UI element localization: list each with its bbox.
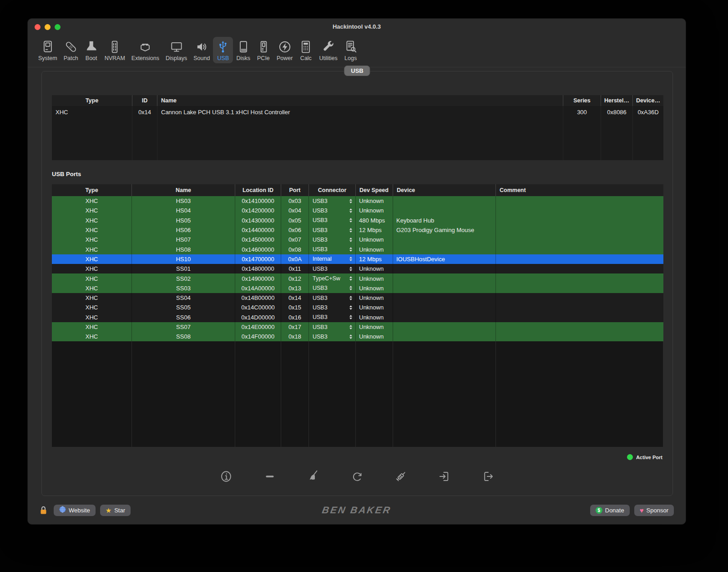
stepper-icon bbox=[349, 218, 352, 223]
memory-chip-icon bbox=[108, 40, 121, 54]
header-id[interactable]: ID bbox=[132, 95, 157, 106]
toolbar-item-power[interactable]: Power bbox=[273, 37, 296, 63]
toolbar-item-utilities[interactable]: Utilities bbox=[316, 37, 340, 63]
active-port-label: Active Port bbox=[636, 455, 662, 460]
connector-value: Internal bbox=[313, 256, 332, 262]
cell-dev-speed: 480 Mbps bbox=[356, 216, 393, 225]
cell-comment bbox=[496, 322, 663, 332]
cell-device: IOUSBHostDevice bbox=[393, 254, 496, 264]
minus-icon bbox=[263, 469, 277, 484]
toolbar-item-boot[interactable]: Boot bbox=[81, 37, 101, 63]
clean-button[interactable] bbox=[306, 469, 321, 484]
toolbar-item-logs[interactable]: Logs bbox=[341, 37, 361, 63]
toolbar-item-usb[interactable]: USB bbox=[213, 37, 233, 63]
header-dev-speed[interactable]: Dev Speed bbox=[356, 184, 393, 196]
star-button[interactable]: ★ Star bbox=[100, 505, 131, 516]
sponsor-button[interactable]: ♥ Sponsor bbox=[634, 505, 674, 516]
cell-port: 0x0A bbox=[281, 254, 309, 264]
table-row[interactable]: XHC HS10 0x14700000 0x0A Internal 12 Mbp… bbox=[52, 254, 663, 264]
header-herstel[interactable]: Herstel… bbox=[601, 95, 633, 106]
cell-location-id: 0x14700000 bbox=[235, 254, 281, 264]
table-row[interactable]: XHC SS03 0x14A00000 0x13 USB3 Unknown bbox=[52, 283, 663, 293]
table-row[interactable]: XHC HS03 0x14100000 0x03 USB3 Unknown bbox=[52, 196, 663, 206]
cell-port: 0x07 bbox=[281, 235, 309, 244]
table-row[interactable]: XHC 0x14 Cannon Lake PCH USB 3.1 xHCI Ho… bbox=[52, 106, 663, 118]
cell-device: G203 Prodigy Gaming Mouse bbox=[393, 225, 496, 235]
cell-type: XHC bbox=[52, 332, 132, 341]
connector-select[interactable]: USB3 bbox=[309, 313, 356, 322]
toolbar-item-label: Patch bbox=[64, 55, 78, 61]
header-device[interactable]: Device bbox=[393, 184, 496, 196]
toolbar-item-nvram[interactable]: NVRAM bbox=[101, 37, 128, 63]
cell-device bbox=[393, 332, 496, 341]
cell-device: 0xA36D bbox=[633, 106, 663, 118]
toolbar-item-extensions[interactable]: Extensions bbox=[128, 37, 162, 63]
website-button[interactable]: Website bbox=[54, 505, 96, 516]
table-row[interactable]: XHC SS08 0x14F00000 0x18 USB3 Unknown bbox=[52, 332, 663, 341]
table-row[interactable]: XHC SS04 0x14B00000 0x14 USB3 Unknown bbox=[52, 293, 663, 303]
header-type[interactable]: Type bbox=[52, 184, 132, 196]
header-location[interactable]: Location ID bbox=[235, 184, 281, 196]
cell-dev-speed: 12 Mbps bbox=[356, 225, 393, 235]
header-type[interactable]: Type bbox=[52, 95, 132, 106]
connector-select[interactable]: USB3 bbox=[309, 332, 356, 341]
connector-select[interactable]: USB3 bbox=[309, 206, 356, 215]
connector-select[interactable]: Internal bbox=[309, 254, 356, 264]
table-row[interactable]: XHC HS06 0x14400000 0x06 USB3 12 Mbps G2… bbox=[52, 225, 663, 235]
table-row[interactable]: XHC SS02 0x14900000 0x12 TypeC+Sw Unknow… bbox=[52, 273, 663, 283]
cell-name: SS04 bbox=[132, 293, 235, 303]
connector-select[interactable]: TypeC+Sw bbox=[309, 273, 356, 283]
table-row[interactable]: XHC HS07 0x14500000 0x07 USB3 Unknown bbox=[52, 235, 663, 244]
connector-select[interactable]: USB3 bbox=[309, 196, 356, 206]
connector-select[interactable]: USB3 bbox=[309, 322, 356, 332]
toolbar-item-displays[interactable]: Displays bbox=[162, 37, 190, 63]
hackintool-window: Hackintool v4.0.3 System Patch Boot NVRA… bbox=[27, 18, 686, 525]
connector-select[interactable]: USB3 bbox=[309, 244, 356, 254]
table-row[interactable]: XHC SS01 0x14800000 0x11 USB3 Unknown bbox=[52, 264, 663, 273]
connector-select[interactable]: USB3 bbox=[309, 283, 356, 293]
connector-select[interactable]: USB3 bbox=[309, 293, 356, 303]
import-button[interactable] bbox=[437, 469, 452, 484]
header-connector[interactable]: Connector bbox=[309, 184, 356, 196]
table-row[interactable]: XHC HS04 0x14200000 0x04 USB3 Unknown bbox=[52, 206, 663, 215]
connector-value: USB3 bbox=[313, 237, 328, 243]
toolbar-item-sound[interactable]: Sound bbox=[190, 37, 213, 63]
connector-select[interactable]: USB3 bbox=[309, 216, 356, 225]
connector-select[interactable]: USB3 bbox=[309, 225, 356, 235]
table-row[interactable]: XHC SS06 0x14D00000 0x16 USB3 Unknown bbox=[52, 313, 663, 322]
table-row[interactable]: XHC SS05 0x14C00000 0x15 USB3 Unknown bbox=[52, 303, 663, 312]
toolbar-item-disks[interactable]: Disks bbox=[233, 37, 253, 63]
header-name[interactable]: Name bbox=[132, 184, 235, 196]
toolbar-item-pcie[interactable]: PCIe bbox=[253, 37, 273, 63]
inject-button[interactable] bbox=[394, 469, 408, 484]
toolbar-item-patch[interactable]: Patch bbox=[61, 37, 81, 63]
header-series[interactable]: Series bbox=[563, 95, 601, 106]
tab-usb[interactable]: USB bbox=[344, 66, 370, 76]
connector-select[interactable]: USB3 bbox=[309, 264, 356, 273]
connector-select[interactable]: USB3 bbox=[309, 303, 356, 312]
table-row[interactable]: XHC HS08 0x14600000 0x08 USB3 Unknown bbox=[52, 244, 663, 254]
info-button[interactable] bbox=[219, 469, 233, 484]
header-comment[interactable]: Comment bbox=[496, 184, 663, 196]
export-icon bbox=[481, 469, 495, 484]
syringe-icon bbox=[394, 469, 408, 484]
toolbar-item-label: Logs bbox=[344, 55, 357, 61]
cell-name: SS08 bbox=[132, 332, 235, 341]
connector-select[interactable]: USB3 bbox=[309, 235, 356, 244]
remove-button[interactable] bbox=[263, 469, 277, 484]
refresh-button[interactable] bbox=[350, 469, 364, 484]
donate-button[interactable]: $ Donate bbox=[590, 505, 630, 516]
table-row[interactable]: XHC HS05 0x14300000 0x05 USB3 480 Mbps K… bbox=[52, 216, 663, 225]
toolbar-item-system[interactable]: System bbox=[35, 37, 61, 63]
header-port[interactable]: Port bbox=[281, 184, 309, 196]
lightning-icon bbox=[278, 40, 292, 54]
toolbar-item-calc[interactable]: Calc bbox=[296, 37, 316, 63]
cell-dev-speed: Unknown bbox=[356, 322, 393, 332]
export-button[interactable] bbox=[481, 469, 495, 484]
cell-port: 0x18 bbox=[281, 332, 309, 341]
table-row[interactable]: XHC SS07 0x14E00000 0x17 USB3 Unknown bbox=[52, 322, 663, 332]
cell-comment bbox=[496, 196, 663, 206]
stepper-icon bbox=[349, 267, 352, 271]
header-name[interactable]: Name bbox=[157, 95, 563, 106]
header-device[interactable]: Device… bbox=[633, 95, 663, 106]
